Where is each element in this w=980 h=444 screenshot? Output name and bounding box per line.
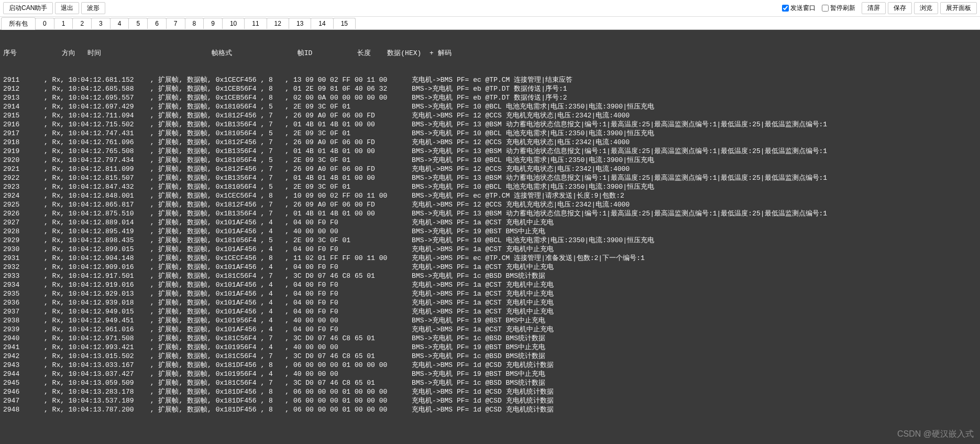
send-window-check[interactable]: 发送窗口 xyxy=(782,4,816,13)
tab-4[interactable]: 4 xyxy=(110,18,129,29)
log-row: 2911 , Rx, 10:04:12.681.152 , 扩展帧, 数据帧, … xyxy=(3,75,977,84)
pause-refresh-checkbox[interactable] xyxy=(822,5,829,12)
log-row: 2914 , Rx, 10:04:12.697.429 , 扩展帧, 数据帧, … xyxy=(3,102,977,111)
tab-0[interactable]: 0 xyxy=(35,18,54,29)
save-button[interactable]: 保存 xyxy=(888,2,912,14)
tab-3[interactable]: 3 xyxy=(91,18,111,29)
log-row: 2931 , Rx, 10:04:12.904.148 , 扩展帧, 数据帧, … xyxy=(3,254,977,263)
tab-13[interactable]: 13 xyxy=(289,18,311,29)
log-row: 2946 , Rx, 10:04:13.283.178 , 扩展帧, 数据帧, … xyxy=(3,387,977,396)
tab-11[interactable]: 11 xyxy=(244,18,267,29)
log-row: 2940 , Rx, 10:04:12.971.508 , 扩展帧, 数据帧, … xyxy=(3,334,977,343)
tab-12[interactable]: 12 xyxy=(267,18,289,29)
log-row: 2939 , Rx, 10:04:12.961.016 , 扩展帧, 数据帧, … xyxy=(3,325,977,334)
exit-button[interactable]: 退出 xyxy=(55,2,79,14)
log-row: 2916 , Rx, 10:04:12.715.502 , 扩展帧, 数据帧, … xyxy=(3,120,977,129)
log-area[interactable]: 序号 方向 时间 帧格式 帧ID 长度 数据(HEX) + 解码 2911 , … xyxy=(0,30,980,444)
tab-2[interactable]: 2 xyxy=(72,18,92,29)
tab-6[interactable]: 6 xyxy=(147,18,167,29)
log-row: 2919 , Rx, 10:04:12.765.508 , 扩展帧, 数据帧, … xyxy=(3,147,977,156)
log-row: 2929 , Rx, 10:04:12.898.435 , 扩展帧, 数据帧, … xyxy=(3,236,977,245)
tab-所有包[interactable]: 所有包 xyxy=(1,17,36,30)
log-row: 2913 , Rx, 10:04:12.695.557 , 扩展帧, 数据帧, … xyxy=(3,93,977,102)
log-row: 2921 , Rx, 10:04:12.811.099 , 扩展帧, 数据帧, … xyxy=(3,165,977,174)
browse-button[interactable]: 浏览 xyxy=(914,2,938,14)
log-row: 2944 , Rx, 10:04:13.037.427 , 扩展帧, 数据帧, … xyxy=(3,370,977,378)
start-can-button[interactable]: 启动CAN助手 xyxy=(3,2,53,14)
log-header: 序号 方向 时间 帧格式 帧ID 长度 数据(HEX) + 解码 xyxy=(3,49,977,58)
tab-5[interactable]: 5 xyxy=(128,18,148,29)
log-row: 2923 , Rx, 10:04:12.847.432 , 扩展帧, 数据帧, … xyxy=(3,182,977,191)
send-window-label: 发送窗口 xyxy=(790,4,816,13)
pause-refresh-label: 暂停刷新 xyxy=(830,4,855,13)
log-row: 2948 , Rx, 10:04:13.787.200 , 扩展帧, 数据帧, … xyxy=(3,405,977,414)
tab-15[interactable]: 15 xyxy=(333,18,356,29)
wave-button[interactable]: 波形 xyxy=(81,2,105,14)
log-row: 2937 , Rx, 10:04:12.949.015 , 扩展帧, 数据帧, … xyxy=(3,307,977,316)
log-row: 2917 , Rx, 10:04:12.747.431 , 扩展帧, 数据帧, … xyxy=(3,129,977,138)
log-row: 2926 , Rx, 10:04:12.875.510 , 扩展帧, 数据帧, … xyxy=(3,209,977,218)
log-row: 2915 , Rx, 10:04:12.711.094 , 扩展帧, 数据帧, … xyxy=(3,111,977,120)
log-row: 2938 , Rx, 10:04:12.949.451 , 扩展帧, 数据帧, … xyxy=(3,316,977,325)
log-row: 2920 , Rx, 10:04:12.797.434 , 扩展帧, 数据帧, … xyxy=(3,156,977,165)
log-row: 2932 , Rx, 10:04:12.909.016 , 扩展帧, 数据帧, … xyxy=(3,263,977,272)
tab-10[interactable]: 10 xyxy=(222,18,245,29)
log-row: 2943 , Rx, 10:04:13.033.167 , 扩展帧, 数据帧, … xyxy=(3,361,977,370)
log-row: 2925 , Rx, 10:04:12.865.817 , 扩展帧, 数据帧, … xyxy=(3,200,977,209)
send-window-checkbox[interactable] xyxy=(782,5,789,12)
log-row: 2912 , Rx, 10:04:12.685.588 , 扩展帧, 数据帧, … xyxy=(3,84,977,93)
log-row: 2936 , Rx, 10:04:12.939.018 , 扩展帧, 数据帧, … xyxy=(3,298,977,307)
tab-8[interactable]: 8 xyxy=(185,18,204,29)
pause-refresh-check[interactable]: 暂停刷新 xyxy=(822,4,855,13)
expand-panel-button[interactable]: 展开面板 xyxy=(940,2,977,14)
log-row: 2928 , Rx, 10:04:12.895.419 , 扩展帧, 数据帧, … xyxy=(3,227,977,236)
tab-7[interactable]: 7 xyxy=(166,18,185,29)
log-row: 2942 , Rx, 10:04:13.015.502 , 扩展帧, 数据帧, … xyxy=(3,352,977,361)
tab-1[interactable]: 1 xyxy=(54,18,73,29)
log-row: 2924 , Rx, 10:04:12.848.001 , 扩展帧, 数据帧, … xyxy=(3,191,977,200)
log-row: 2945 , Rx, 10:04:13.059.509 , 扩展帧, 数据帧, … xyxy=(3,378,977,387)
log-row: 2930 , Rx, 10:04:12.899.015 , 扩展帧, 数据帧, … xyxy=(3,245,977,254)
tab-9[interactable]: 9 xyxy=(203,18,223,29)
clear-button[interactable]: 清屏 xyxy=(862,2,886,14)
log-row: 2922 , Rx, 10:04:12.815.507 , 扩展帧, 数据帧, … xyxy=(3,174,977,182)
log-row: 2941 , Rx, 10:04:12.993.421 , 扩展帧, 数据帧, … xyxy=(3,343,977,352)
log-row: 2933 , Rx, 10:04:12.917.501 , 扩展帧, 数据帧, … xyxy=(3,272,977,280)
log-row: 2927 , Rx, 10:04:12.889.014 , 扩展帧, 数据帧, … xyxy=(3,218,977,227)
filter-tabs: 所有包0123456789101112131415 xyxy=(0,17,980,30)
log-row: 2935 , Rx, 10:04:12.929.013 , 扩展帧, 数据帧, … xyxy=(3,289,977,298)
log-row: 2918 , Rx, 10:04:12.761.096 , 扩展帧, 数据帧, … xyxy=(3,138,977,147)
log-row: 2947 , Rx, 10:04:13.537.189 , 扩展帧, 数据帧, … xyxy=(3,396,977,405)
top-toolbar: 启动CAN助手 退出 波形 发送窗口 暂停刷新 清屏 保存 浏览 展开面板 xyxy=(0,0,980,17)
log-row: 2934 , Rx, 10:04:12.919.016 , 扩展帧, 数据帧, … xyxy=(3,280,977,289)
tab-14[interactable]: 14 xyxy=(311,18,333,29)
